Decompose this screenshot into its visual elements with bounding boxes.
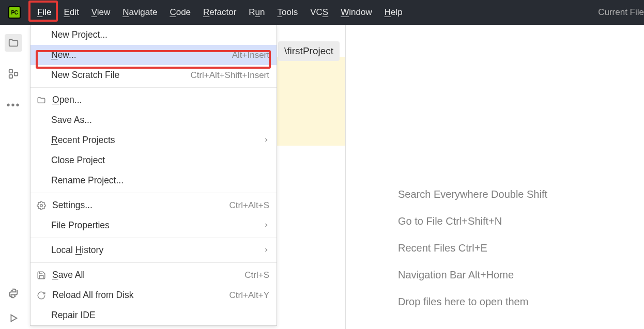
hint-recent: Recent Files Ctrl+E bbox=[398, 234, 547, 261]
path-chip[interactable]: \firstProject bbox=[278, 41, 340, 61]
menu-save-all[interactable]: Save All Ctrl+S bbox=[30, 265, 277, 285]
folder-icon bbox=[8, 37, 19, 49]
chevron-right-icon bbox=[263, 220, 269, 231]
menu-label: Save All bbox=[52, 270, 244, 280]
menu-save-as[interactable]: Save As... bbox=[30, 110, 277, 130]
menu-recent-projects[interactable]: Recent Projects bbox=[30, 130, 277, 150]
file-menu-dropdown: New Project... New... Alt+Insert New Scr… bbox=[30, 25, 277, 326]
svg-point-5 bbox=[40, 204, 43, 207]
mn: T bbox=[278, 7, 282, 17]
hint-search: Search Everywhere Double Shift bbox=[398, 181, 547, 208]
hint-gotofile: Go to File Ctrl+Shift+N bbox=[398, 208, 547, 234]
structure-tool-button[interactable] bbox=[5, 65, 22, 83]
status-right: Current File bbox=[598, 7, 644, 18]
menu-run[interactable]: Run bbox=[242, 4, 271, 21]
menu-tools[interactable]: Tools bbox=[271, 4, 304, 21]
menu-shortcut: Alt+Insert bbox=[232, 50, 269, 60]
menu-label: Save As... bbox=[51, 115, 269, 126]
svg-point-3 bbox=[12, 290, 12, 291]
menu-file[interactable]: File bbox=[31, 4, 57, 21]
play-icon bbox=[8, 312, 19, 324]
project-tool-button[interactable] bbox=[5, 34, 22, 52]
mn: S bbox=[323, 7, 328, 17]
menubar: PC File Edit View Navigate Code Refactor… bbox=[0, 0, 644, 25]
menu-label: Reload All from Disk bbox=[52, 290, 229, 301]
python-console-button[interactable] bbox=[5, 285, 22, 302]
menu-label: Local History bbox=[51, 245, 263, 256]
svg-rect-0 bbox=[9, 70, 12, 73]
menu-separator bbox=[30, 87, 277, 88]
structure-icon bbox=[8, 68, 19, 80]
chevron-right-icon bbox=[263, 135, 269, 146]
editor-gutter-highlight bbox=[277, 57, 346, 146]
menu-open[interactable]: Open... bbox=[30, 90, 277, 110]
mn: W bbox=[341, 7, 349, 17]
menu-label: New Scratch File bbox=[51, 70, 190, 81]
menubar-items: File Edit View Navigate Code Refactor Ru… bbox=[31, 4, 409, 21]
folder-icon bbox=[37, 96, 48, 105]
mn: H bbox=[385, 7, 391, 17]
menu-shortcut: Ctrl+Alt+S bbox=[229, 200, 269, 211]
menu-vcs[interactable]: VCS bbox=[304, 4, 334, 21]
menu-label: Open... bbox=[52, 95, 269, 105]
reload-icon bbox=[37, 291, 48, 300]
welcome-hints: Search Everywhere Double Shift Go to Fil… bbox=[398, 181, 547, 315]
gear-icon bbox=[37, 201, 48, 210]
svg-point-4 bbox=[14, 296, 15, 296]
menu-help[interactable]: Help bbox=[378, 4, 409, 21]
hint-dropfiles: Drop files here to open them bbox=[398, 288, 547, 315]
ellipsis-icon: ••• bbox=[6, 99, 20, 111]
menu-label: New... bbox=[51, 50, 232, 60]
svg-rect-2 bbox=[14, 72, 18, 75]
menu-window[interactable]: Window bbox=[334, 4, 378, 21]
mn: u bbox=[255, 7, 260, 17]
python-icon bbox=[8, 288, 19, 299]
menu-label: File Properties bbox=[51, 220, 263, 231]
menu-new-project[interactable]: New Project... bbox=[30, 25, 277, 45]
menu-navigate[interactable]: Navigate bbox=[116, 4, 163, 21]
menu-close-project[interactable]: Close Project bbox=[30, 150, 277, 170]
menu-repair-ide[interactable]: Repair IDE bbox=[30, 305, 277, 325]
menu-label: Rename Project... bbox=[51, 175, 269, 186]
run-tool-button[interactable] bbox=[5, 309, 22, 327]
menu-refactor[interactable]: Refactor bbox=[197, 4, 242, 21]
menu-label: Recent Projects bbox=[51, 135, 263, 146]
menu-rename-project[interactable]: Rename Project... bbox=[30, 170, 277, 191]
svg-rect-1 bbox=[9, 75, 12, 78]
menu-file-properties[interactable]: File Properties bbox=[30, 215, 277, 236]
pycharm-logo: PC bbox=[8, 6, 21, 19]
mn: R bbox=[203, 7, 209, 17]
toolstrip: ••• bbox=[0, 25, 27, 329]
menu-label: New Project... bbox=[51, 29, 269, 40]
chevron-right-icon bbox=[263, 245, 269, 256]
menu-shortcut: Ctrl+Alt+Y bbox=[229, 290, 269, 301]
menu-new[interactable]: New... Alt+Insert bbox=[30, 45, 277, 65]
menu-view[interactable]: View bbox=[85, 4, 117, 21]
menu-settings[interactable]: Settings... Ctrl+Alt+S bbox=[30, 195, 277, 215]
more-tool-button[interactable]: ••• bbox=[5, 96, 22, 114]
toolstrip-lower bbox=[5, 285, 22, 329]
menu-separator bbox=[30, 262, 277, 263]
editor-divider bbox=[345, 25, 346, 329]
mn: N bbox=[122, 7, 129, 17]
menu-edit[interactable]: Edit bbox=[57, 4, 85, 21]
menu-reload-from-disk[interactable]: Reload All from Disk Ctrl+Alt+Y bbox=[30, 285, 277, 305]
save-icon bbox=[37, 271, 48, 280]
mn: F bbox=[37, 7, 42, 17]
mn: C bbox=[170, 7, 176, 17]
menu-separator bbox=[30, 238, 277, 238]
menu-label: Repair IDE bbox=[51, 310, 269, 321]
mn: E bbox=[64, 7, 69, 17]
menu-shortcut: Ctrl+Alt+Shift+Insert bbox=[190, 70, 269, 81]
menu-label: Settings... bbox=[52, 200, 229, 211]
mn: V bbox=[91, 7, 97, 17]
menu-separator bbox=[30, 193, 277, 193]
menu-shortcut: Ctrl+S bbox=[244, 270, 269, 280]
menu-label: Close Project bbox=[51, 155, 269, 166]
menu-new-scratch[interactable]: New Scratch File Ctrl+Alt+Shift+Insert bbox=[30, 65, 277, 85]
menu-code[interactable]: Code bbox=[163, 4, 197, 21]
menu-local-history[interactable]: Local History bbox=[30, 240, 277, 260]
hint-navbar: Navigation Bar Alt+Home bbox=[398, 261, 547, 288]
